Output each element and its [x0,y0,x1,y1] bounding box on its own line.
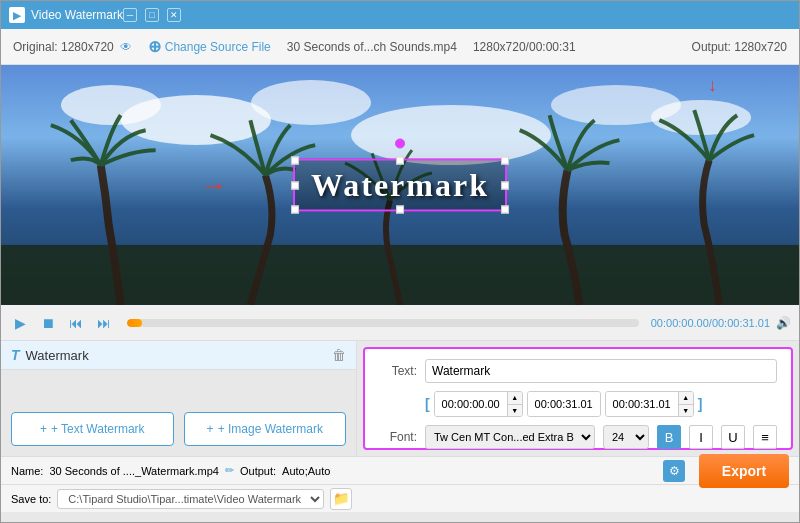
italic-button[interactable]: I [689,425,713,449]
arrow-down-indicator: ↓ [708,75,717,96]
top-bar: Original: 1280x720 👁 ⊕ Change Source Fil… [1,29,799,65]
add-text-watermark-button[interactable]: + + Text Watermark [11,412,174,446]
save-path-dropdown[interactable]: C:\Tipard Studio\Tipar...timate\Video Wa… [57,489,324,509]
resize-handle-tl[interactable] [291,157,299,165]
watermark-properties-panel: Text: [ ▲ ▼ [363,347,793,450]
resize-handle-tr[interactable] [501,157,509,165]
time-controls: [ ▲ ▼ [425,391,702,417]
file-info-bar: Name: 30 Seconds of ...._Watermark.mp4 ✏… [1,456,799,484]
delete-watermark-button[interactable]: 🗑 [332,347,346,363]
minimize-button[interactable]: ─ [123,8,137,22]
app-icon: ▶ [9,7,25,23]
font-size-selector[interactable]: 24 [603,425,649,449]
bottom-section: T Watermark 🗑 + + Text Watermark + + Ima… [1,341,799,512]
watermark-overlay[interactable]: Watermark [293,159,507,212]
edit-filename-icon[interactable]: ✏ [225,464,234,477]
original-res-info: Original: 1280x720 👁 [13,40,132,54]
duration-input[interactable] [606,392,678,416]
main-bottom-row: T Watermark 🗑 + + Text Watermark + + Ima… [1,341,799,456]
end-time-control[interactable] [527,391,601,417]
video-preview: → ↓ Watermark [1,65,799,305]
arrow-left-indicator: → [201,170,227,201]
resize-handle-lc[interactable] [291,181,299,189]
playback-controls: ▶ ⏹ ⏮ ⏭ 00:00:00.00/00:00:31.01 🔊 [1,305,799,341]
original-res-label: Original: 1280x720 [13,40,114,54]
end-time-input[interactable] [528,392,600,416]
duration-time-control[interactable]: ▲ ▼ [605,391,694,417]
resize-handle-bl[interactable] [291,206,299,214]
resize-handle-bc[interactable] [396,206,404,214]
image-watermark-icon: + [207,422,214,436]
output-value: Auto;Auto [282,465,330,477]
watermark-text-input[interactable] [425,359,777,383]
output-res-label: Output: 1280x720 [692,40,787,54]
window-controls: ─ □ ✕ [123,8,181,22]
progress-fill [127,319,142,327]
volume-icon[interactable]: 🔊 [776,316,791,330]
maximize-button[interactable]: □ [145,8,159,22]
export-button[interactable]: Export [699,454,789,488]
duration-up[interactable]: ▲ [679,392,693,405]
font-property-row: Font: Tw Cen MT Con...ed Extra Bold 24 B… [379,425,777,449]
duration-down[interactable]: ▼ [679,405,693,417]
text-property-label: Text: [379,364,417,378]
save-to-label: Save to: [11,493,51,505]
watermark-add-buttons: + + Text Watermark + + Image Watermark [1,402,356,456]
bold-button[interactable]: B [657,425,681,449]
underline-button[interactable]: U [721,425,745,449]
text-watermark-label: + Text Watermark [51,422,145,436]
resize-handle-tc[interactable] [396,157,404,165]
watermark-list-panel: T Watermark 🗑 + + Text Watermark + + Ima… [1,341,357,456]
name-label: Name: [11,465,43,477]
stop-button[interactable]: ⏹ [37,312,59,334]
resize-handle-rc[interactable] [501,181,509,189]
video-background: → ↓ Watermark [1,65,799,305]
resize-handle-br[interactable] [501,206,509,214]
watermark-item-label: Watermark [26,348,326,363]
file-name-value: 30 Seconds of ...._Watermark.mp4 [49,465,219,477]
start-time-input[interactable] [435,392,507,416]
rotate-handle[interactable] [395,139,405,149]
timing-row: [ ▲ ▼ [379,391,777,417]
add-image-watermark-button[interactable]: + + Image Watermark [184,412,347,446]
next-frame-button[interactable]: ⏭ [93,312,115,334]
start-time-up[interactable]: ▲ [508,392,522,405]
browse-folder-button[interactable]: 📁 [330,488,352,510]
align-button[interactable]: ≡ [753,425,777,449]
time-end-bracket[interactable]: ] [698,396,703,412]
title-bar: ▶ Video Watermark ─ □ ✕ [1,1,799,29]
change-source-label: Change Source File [165,40,271,54]
settings-button[interactable]: ⚙ [663,460,685,482]
watermark-text: Watermark [311,167,489,204]
output-label: Output: [240,465,276,477]
image-watermark-label: + Image Watermark [218,422,323,436]
close-button[interactable]: ✕ [167,8,181,22]
progress-bar[interactable] [127,319,639,327]
file-meta: 1280x720/00:00:31 [473,40,576,54]
prev-frame-button[interactable]: ⏮ [65,312,87,334]
text-type-icon: T [11,347,20,363]
change-source-button[interactable]: ⊕ Change Source File [148,37,271,56]
save-to-bar: Save to: C:\Tipard Studio\Tipar...timate… [1,484,799,512]
app-title: Video Watermark [31,8,123,22]
play-button[interactable]: ▶ [9,312,31,334]
font-selector[interactable]: Tw Cen MT Con...ed Extra Bold [425,425,595,449]
start-time-control[interactable]: ▲ ▼ [434,391,523,417]
file-name: 30 Seconds of...ch Sounds.mp4 [287,40,457,54]
time-display: 00:00:00.00/00:00:31.01 [651,317,770,329]
visibility-icon[interactable]: 👁 [120,40,132,54]
text-watermark-icon: + [40,422,47,436]
watermark-list-header: T Watermark 🗑 [1,341,356,370]
plus-icon: ⊕ [148,37,161,56]
time-start-bracket[interactable]: [ [425,396,430,412]
app-window: ▶ Video Watermark ─ □ ✕ Original: 1280x7… [0,0,800,523]
font-property-label: Font: [379,430,417,444]
start-time-down[interactable]: ▼ [508,405,522,417]
text-property-row: Text: [379,359,777,383]
